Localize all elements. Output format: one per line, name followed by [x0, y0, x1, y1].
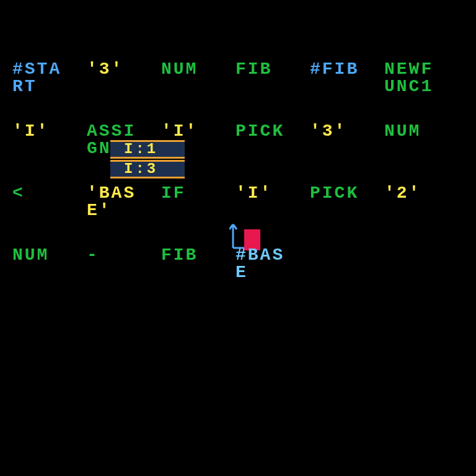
token-fib[interactable]: FIB — [236, 61, 272, 78]
token-literal-2[interactable]: '2' — [384, 185, 421, 202]
token-literal-i3[interactable]: 'I' — [236, 185, 272, 202]
token-num3[interactable]: NUM — [12, 247, 49, 264]
token-start[interactable]: #STA RT — [12, 61, 61, 95]
token-num2[interactable]: NUM — [384, 123, 421, 140]
token-newfunc1[interactable]: NEWF UNC1 — [384, 61, 433, 95]
token-lt[interactable]: < — [12, 185, 25, 202]
token-literal-i2[interactable]: 'I' — [161, 123, 198, 140]
token-literal-i[interactable]: 'I' — [12, 123, 49, 140]
token-hashbase[interactable]: #BAS E — [236, 247, 284, 281]
token-minus[interactable]: - — [87, 247, 99, 264]
token-num[interactable]: NUM — [161, 61, 198, 78]
token-pick[interactable]: PICK — [236, 123, 284, 140]
token-literal-3b[interactable]: '3' — [310, 123, 346, 140]
token-if[interactable]: IF — [161, 185, 186, 202]
token-pick2[interactable]: PICK — [310, 185, 359, 202]
token-base-literal[interactable]: 'BAS E' — [87, 185, 136, 219]
token-fib2[interactable]: FIB — [161, 247, 198, 264]
token-hashfib[interactable]: #FIB — [310, 61, 359, 78]
token-literal-3[interactable]: '3' — [87, 61, 123, 78]
tooltip-text2: I:3 — [124, 162, 158, 177]
tooltip-text1: I:1 — [124, 142, 158, 157]
